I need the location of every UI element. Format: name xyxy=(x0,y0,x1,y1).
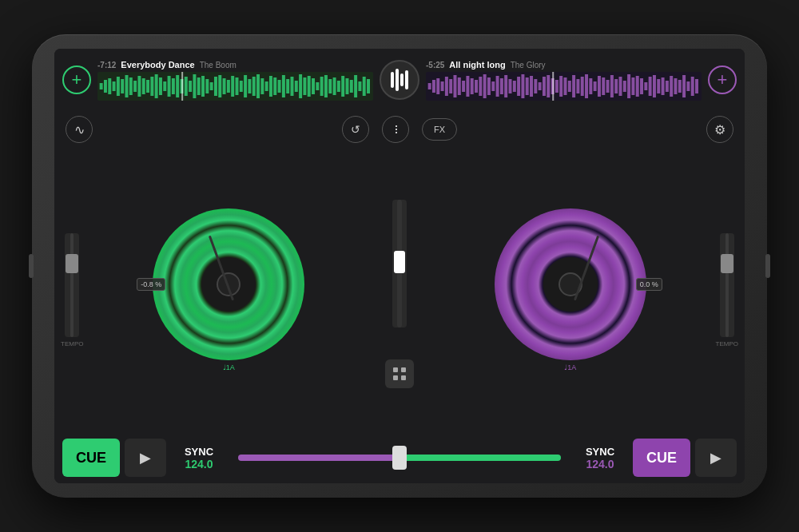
settings-button[interactable]: ⚙ xyxy=(706,116,733,143)
cf-thumb[interactable] xyxy=(392,446,407,470)
svg-rect-106 xyxy=(594,81,597,91)
side-button-right[interactable] xyxy=(765,254,770,278)
svg-rect-38 xyxy=(256,74,260,98)
svg-rect-42 xyxy=(273,77,276,95)
add-right-button[interactable]: + xyxy=(708,66,737,94)
right-fader[interactable] xyxy=(720,233,734,337)
svg-rect-1 xyxy=(100,83,103,89)
svg-rect-81 xyxy=(487,77,491,95)
svg-rect-54 xyxy=(324,75,328,97)
svg-rect-74 xyxy=(458,77,461,95)
right-bpm-display: 124.0 xyxy=(586,458,614,470)
svg-rect-88 xyxy=(517,77,520,96)
crossfader-horizontal[interactable] xyxy=(232,439,567,477)
svg-rect-101 xyxy=(572,75,575,97)
left-tempo-label: TEMPO xyxy=(61,340,83,347)
logo-bars xyxy=(391,69,408,91)
right-needle xyxy=(574,235,599,300)
svg-rect-92 xyxy=(534,79,537,93)
svg-rect-58 xyxy=(341,76,344,97)
left-sync-button[interactable]: SYNC xyxy=(185,446,213,458)
add-left-button[interactable]: + xyxy=(62,66,91,94)
svg-rect-120 xyxy=(653,75,656,97)
svg-rect-44 xyxy=(282,75,285,97)
left-fader-thumb[interactable] xyxy=(66,254,78,273)
center-logo[interactable] xyxy=(380,60,419,100)
svg-rect-109 xyxy=(606,80,610,93)
svg-rect-34 xyxy=(240,81,243,92)
svg-rect-105 xyxy=(589,78,592,94)
settings-icon: ⚙ xyxy=(714,122,725,137)
svg-rect-68 xyxy=(432,80,435,93)
right-vinyl[interactable] xyxy=(495,208,646,360)
svg-rect-60 xyxy=(350,80,353,93)
left-vinyl[interactable] xyxy=(153,208,304,360)
svg-rect-7 xyxy=(125,75,129,97)
svg-rect-10 xyxy=(137,76,141,97)
svg-rect-123 xyxy=(666,81,669,92)
center-crossfader-vertical[interactable] xyxy=(392,200,407,328)
svg-rect-75 xyxy=(462,81,465,92)
loop-button[interactable]: ↺ xyxy=(342,116,369,143)
svg-rect-37 xyxy=(252,77,256,96)
right-waveform xyxy=(426,72,702,101)
left-deck: TEMPO -0.8 % ♩1A xyxy=(61,151,369,429)
svg-rect-125 xyxy=(674,78,678,94)
controls-row: ∿ ↺ ⫶ FX ⚙ xyxy=(54,111,745,148)
side-button-left[interactable] xyxy=(29,254,34,278)
svg-rect-85 xyxy=(504,75,507,97)
right-fader-thumb[interactable] xyxy=(721,254,733,273)
svg-rect-89 xyxy=(521,74,524,98)
left-waveform xyxy=(97,72,373,101)
left-fader[interactable] xyxy=(65,233,79,337)
svg-rect-47 xyxy=(295,81,298,92)
left-play-icon: ▶ xyxy=(140,449,151,466)
loop-icon: ↺ xyxy=(351,123,360,136)
right-cue-button[interactable]: CUE xyxy=(633,439,690,477)
svg-rect-28 xyxy=(214,77,217,96)
transport-row: CUE ▶ SYNC 124.0 xyxy=(54,432,745,483)
right-track-section: -5:25 All night long The Glory xyxy=(426,60,702,101)
svg-rect-121 xyxy=(657,79,660,93)
svg-rect-104 xyxy=(585,74,588,98)
left-pitch-display: -0.8 % xyxy=(137,278,165,291)
svg-rect-90 xyxy=(526,77,529,95)
svg-rect-78 xyxy=(475,80,478,93)
left-track-info: -7:12 Everybody Dance The Boom xyxy=(97,60,373,69)
waveform-button[interactable]: ∿ xyxy=(66,116,93,143)
svg-rect-86 xyxy=(509,79,512,93)
eq-button[interactable]: ⫶ xyxy=(382,116,409,143)
svg-rect-116 xyxy=(636,76,639,97)
right-play-button[interactable]: ▶ xyxy=(695,439,737,477)
svg-rect-5 xyxy=(117,77,120,96)
svg-rect-12 xyxy=(146,80,149,93)
right-sync-button[interactable]: SYNC xyxy=(586,446,614,458)
svg-rect-73 xyxy=(454,75,457,97)
svg-rect-56 xyxy=(333,77,336,95)
svg-rect-43 xyxy=(278,80,281,93)
svg-rect-30 xyxy=(223,78,226,94)
svg-rect-26 xyxy=(205,79,209,93)
svg-rect-132 xyxy=(393,367,398,372)
center-fader-thumb[interactable] xyxy=(394,251,405,273)
left-track-section: -7:12 Everybody Dance The Boom xyxy=(97,60,373,101)
svg-rect-57 xyxy=(337,81,340,92)
svg-rect-63 xyxy=(363,77,366,96)
svg-rect-36 xyxy=(248,79,251,93)
grid-button[interactable] xyxy=(385,359,414,388)
left-cue-button[interactable]: CUE xyxy=(62,439,120,477)
svg-rect-84 xyxy=(500,78,503,94)
svg-rect-71 xyxy=(445,77,448,96)
svg-rect-59 xyxy=(346,78,349,94)
svg-rect-16 xyxy=(163,81,166,91)
right-sync-group: SYNC 124.0 xyxy=(572,446,628,470)
svg-rect-18 xyxy=(172,78,175,94)
right-track-artist: The Glory xyxy=(511,61,546,69)
svg-rect-72 xyxy=(449,79,452,93)
svg-rect-135 xyxy=(401,375,406,380)
fx-button[interactable]: FX xyxy=(422,118,457,141)
left-play-button[interactable]: ▶ xyxy=(125,439,166,477)
top-bar: + -7:12 Everybody Dance The Boom xyxy=(54,49,745,111)
svg-rect-52 xyxy=(316,82,319,90)
svg-rect-76 xyxy=(466,76,469,97)
